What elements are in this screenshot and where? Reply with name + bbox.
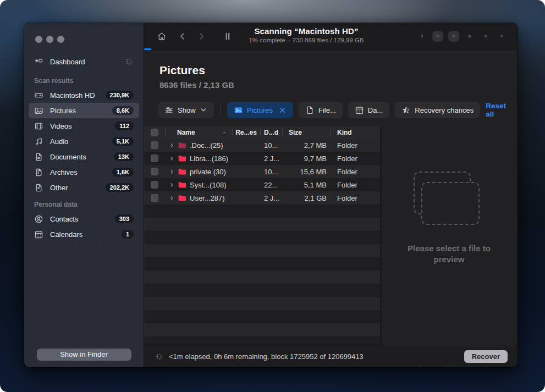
folder-icon (178, 194, 187, 203)
forward-button[interactable] (196, 31, 207, 42)
sidebar-item-dashboard[interactable]: Dashboard (29, 54, 139, 69)
sidebar-item-audio[interactable]: Audio5,1K (29, 134, 139, 149)
empty-table-row (144, 205, 380, 218)
empty-table-row (144, 257, 380, 270)
sliders-icon (164, 106, 174, 115)
list-view-button[interactable] (448, 31, 459, 42)
chip-label: Recovery chances (415, 106, 474, 114)
select-checkbox[interactable] (151, 154, 158, 162)
table-row[interactable]: User...287)2 J...2,1 GBFolder (144, 191, 380, 205)
empty-table-row (144, 310, 380, 323)
new-file-icon[interactable] (416, 31, 427, 42)
sidebar-item-calendars[interactable]: Calendars1 (29, 227, 139, 242)
filter-chip-da[interactable]: Da... (348, 102, 389, 118)
sidebar-item-label: Archives (50, 168, 112, 176)
sidebar-item-macintosh-hd[interactable]: Macintosh HD230,9K (29, 87, 139, 103)
close-icon[interactable] (278, 106, 287, 114)
count-badge: 230,9K (106, 91, 134, 100)
select-checkbox[interactable] (151, 168, 158, 175)
table-row[interactable]: Syst...(108)22...5,1 MBFolder (144, 178, 380, 191)
empty-table-row (144, 244, 380, 257)
show-filter-button[interactable]: Show (158, 102, 214, 118)
close-window-button[interactable] (35, 36, 42, 43)
app-window: Dashboard Scan resultsMacintosh HD230,9K… (24, 23, 518, 367)
scan-title: Scanning “Macintosh HD” (227, 26, 386, 36)
select-checkbox[interactable] (151, 194, 158, 202)
scan-progress-bar (144, 48, 151, 50)
picture-filled-icon (234, 106, 243, 115)
file-name: .Doc...(25) (190, 141, 223, 150)
sidebar-item-documents[interactable]: Documents13K (29, 149, 139, 164)
disclosure-chevron-icon[interactable] (169, 182, 175, 188)
filter-chip-recovery-chances[interactable]: Recovery chances (395, 102, 480, 118)
kind-cell: Folder (330, 191, 380, 205)
column-header-kind[interactable]: Kind (330, 126, 380, 139)
preview-panel-toggle[interactable] (480, 31, 491, 42)
toolbar: Scanning “Macintosh HD” 1% complete – 23… (144, 23, 518, 49)
column-header-name[interactable]: Name (165, 126, 232, 139)
size-cell: 9,7 MB (282, 152, 330, 165)
section-label-scan-results: Scan results (24, 77, 144, 85)
select-all-checkbox[interactable] (151, 129, 158, 136)
select-checkbox[interactable] (151, 141, 158, 149)
search-icon[interactable] (496, 31, 507, 42)
preview-pane: Please select a file to preview (381, 126, 518, 345)
folder-view-button[interactable] (432, 31, 443, 42)
archive-icon (34, 168, 43, 177)
file-name: Libra...(186) (190, 154, 228, 163)
size-cell: 5,1 MB (282, 178, 330, 191)
count-badge: 112 (115, 122, 134, 130)
recover-button[interactable]: Recover (464, 350, 508, 363)
folder-icon (178, 141, 187, 150)
sidebar-item-other[interactable]: Other202,2K (29, 180, 139, 195)
sidebar-item-videos[interactable]: Videos112 (29, 118, 139, 134)
folder-icon (178, 180, 187, 190)
column-header-date[interactable]: D...d (260, 126, 282, 139)
disclosure-chevron-icon[interactable] (169, 169, 175, 175)
folder-icon (178, 167, 187, 176)
empty-table-row (144, 270, 380, 284)
sort-ascending-icon (221, 129, 228, 136)
column-header-size[interactable]: Size (282, 126, 330, 139)
picture-icon (34, 106, 43, 115)
date-cell: 10... (260, 165, 282, 178)
date-cell: 10... (260, 139, 282, 152)
date-cell: 22... (260, 178, 282, 191)
recovery-chance-cell (232, 152, 260, 165)
select-checkbox[interactable] (151, 181, 158, 189)
disclosure-chevron-icon[interactable] (169, 195, 175, 201)
file-name: Syst...(108) (190, 181, 226, 189)
kind-cell: Folder (330, 152, 380, 165)
filter-bar: Show PicturesFile...Da...Recovery chance… (144, 90, 518, 126)
desktop-wallpaper: Dashboard Scan resultsMacintosh HD230,9K… (0, 0, 545, 392)
table-row[interactable]: .Doc...(25)10...2,7 MBFolder (144, 139, 380, 152)
back-button[interactable] (177, 31, 188, 42)
disclosure-chevron-icon[interactable] (169, 142, 175, 148)
home-button[interactable] (156, 31, 167, 42)
table-row[interactable]: private (30)10...15,6 MBFolder (144, 165, 380, 178)
reset-all-link[interactable]: Reset all (486, 102, 506, 118)
file-table: Name Re...es D...d Size Kind .Doc...(25)… (144, 126, 380, 345)
contact-icon (34, 214, 43, 224)
column-header-recovery-chances[interactable]: Re...es (232, 126, 260, 139)
disclosure-chevron-icon[interactable] (169, 156, 175, 162)
chip-label: Da... (368, 106, 383, 114)
status-bar: <1m elapsed, 0h 6m remaining, block 1725… (144, 345, 518, 367)
size-cell: 15,6 MB (282, 165, 330, 178)
sidebar-item-contacts[interactable]: Contacts303 (29, 211, 139, 227)
zoom-window-button[interactable] (57, 36, 64, 43)
filter-chip-file[interactable]: File... (299, 102, 343, 118)
preview-placeholder-icon (414, 172, 485, 227)
grid-view-button[interactable] (464, 31, 475, 42)
size-cell: 2,1 GB (282, 191, 330, 205)
file-name: User...287) (190, 194, 225, 202)
table-row[interactable]: Libra...(186)2 J...9,7 MBFolder (144, 152, 380, 165)
minimize-window-button[interactable] (46, 36, 53, 43)
filter-chip-pictures[interactable]: Pictures (227, 102, 293, 118)
file-name: private (30) (190, 168, 226, 176)
sidebar-item-archives[interactable]: Archives1,6K (29, 164, 139, 180)
sidebar-item-pictures[interactable]: Pictures8,6K (29, 103, 139, 118)
recovery-chance-cell (232, 139, 260, 152)
show-in-finder-button[interactable]: Show in Finder (37, 349, 131, 361)
empty-table-row (144, 231, 380, 244)
